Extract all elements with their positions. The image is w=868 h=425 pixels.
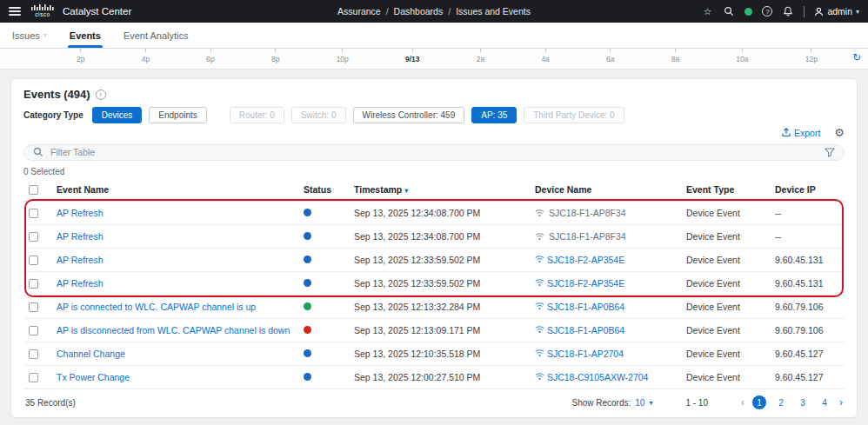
table-header-row: Event Name Status Timestamp▾ Device Name… bbox=[23, 178, 845, 202]
row-checkbox[interactable] bbox=[29, 279, 38, 289]
row-checkbox[interactable] bbox=[29, 209, 38, 218]
column-status[interactable]: Status bbox=[298, 178, 349, 202]
column-device-name[interactable]: Device Name bbox=[530, 178, 681, 202]
page-4[interactable]: 4 bbox=[818, 395, 831, 409]
device-name-link[interactable]: SJC18-F1-AP2704 bbox=[535, 349, 624, 359]
row-checkbox[interactable] bbox=[29, 326, 38, 335]
tab-issues[interactable]: Issues▾ bbox=[12, 23, 47, 48]
event-type-cell: Device Event bbox=[681, 296, 770, 319]
device-name-link[interactable]: SJC18-F2-AP354E bbox=[535, 255, 624, 265]
status-dot bbox=[304, 326, 311, 334]
event-name-link[interactable]: AP is connected to WLC. CAPWAP channel i… bbox=[57, 302, 256, 312]
page-title: Events (494) bbox=[23, 88, 90, 101]
user-menu[interactable]: admin ▾ bbox=[814, 6, 859, 17]
row-checkbox[interactable] bbox=[29, 256, 38, 265]
gear-icon[interactable]: ⚙ bbox=[834, 127, 845, 138]
select-all-checkbox[interactable] bbox=[29, 185, 38, 195]
category-button-router: Router: 0 bbox=[230, 107, 284, 123]
timeline-tick: 4a bbox=[541, 49, 549, 69]
star-icon[interactable]: ☆ bbox=[701, 5, 713, 17]
column-event-type[interactable]: Event Type bbox=[681, 178, 770, 202]
info-icon[interactable]: i bbox=[96, 90, 106, 100]
filter-funnel-icon[interactable] bbox=[825, 148, 835, 157]
row-checkbox[interactable] bbox=[29, 232, 38, 242]
category-button-endpoints[interactable]: Endpoints bbox=[149, 107, 206, 123]
category-button-third-party: Third Party Device: 0 bbox=[524, 107, 624, 123]
device-name-cell: SJC18-C9105AXW-2704 bbox=[535, 372, 676, 382]
column-event-name[interactable]: Event Name bbox=[51, 178, 298, 202]
event-name-link[interactable]: AP Refresh bbox=[57, 255, 103, 265]
breadcrumb: Assurance / Dashboards / Issues and Even… bbox=[337, 6, 531, 17]
device-ip-cell: 9.60.79.106 bbox=[770, 296, 845, 319]
timeline[interactable]: 2p 4p 6p 8p 10p 9/13 2a 4a 6a 8a 10a 12p… bbox=[0, 49, 868, 70]
device-ip-cell: -- bbox=[770, 202, 845, 225]
timeline-tick: 10p bbox=[337, 49, 349, 69]
breadcrumb-assurance[interactable]: Assurance bbox=[337, 6, 381, 17]
device-name-link[interactable]: SJC18-F2-AP354E bbox=[535, 278, 624, 289]
category-button-wireless-controller[interactable]: Wireless Controller: 459 bbox=[353, 107, 465, 123]
category-type-label: Category Type bbox=[23, 110, 83, 120]
wifi-ap-icon bbox=[535, 279, 544, 287]
tab-event-analytics[interactable]: Event Analytics bbox=[124, 23, 189, 48]
wifi-ap-icon bbox=[535, 256, 544, 263]
device-name-link[interactable]: SJC18-F1-AP0B64 bbox=[535, 325, 624, 335]
event-name-link[interactable]: Channel Change bbox=[57, 349, 125, 359]
device-name-link[interactable]: SJC18-C9105AXW-2704 bbox=[535, 372, 648, 382]
notifications-bell-icon[interactable] bbox=[782, 5, 794, 17]
menu-icon[interactable] bbox=[9, 7, 21, 16]
column-device-ip[interactable]: Device IP bbox=[770, 178, 845, 202]
device-name-cell: SJC18-F1-AP2704 bbox=[535, 349, 676, 359]
table-row: AP Refresh Sep 13, 2025 12:34:08.700 PM … bbox=[23, 225, 845, 249]
timeline-tick: 12p bbox=[805, 49, 818, 69]
search-icon[interactable] bbox=[723, 5, 735, 17]
events-panel: Events (494) i Category Type Devices End… bbox=[10, 78, 858, 418]
content-area: Events (494) i Category Type Devices End… bbox=[0, 70, 868, 425]
breadcrumb-issues-events[interactable]: Issues and Events bbox=[456, 6, 531, 17]
app-header: cisco Catalyst Center Assurance / Dashbo… bbox=[0, 0, 868, 23]
event-name-link[interactable]: AP is disconnected from WLC. CAPWAP chan… bbox=[57, 325, 290, 335]
device-name-link[interactable]: SJC18-F1-AP0B64 bbox=[535, 302, 624, 312]
timeline-tick: 6p bbox=[206, 49, 214, 69]
cisco-logo-text: cisco bbox=[35, 12, 50, 18]
timestamp-cell: Sep 13, 2025 12:00:27.510 PM bbox=[349, 366, 530, 389]
event-type-cell: Device Event bbox=[681, 202, 770, 225]
timeline-tick-current-day: 9/13 bbox=[405, 49, 420, 69]
help-icon[interactable]: ? bbox=[762, 6, 772, 17]
table-row: Channel Change Sep 13, 2025 12:10:35.518… bbox=[23, 342, 845, 366]
page-2[interactable]: 2 bbox=[774, 395, 788, 409]
table-row: AP is disconnected from WLC. CAPWAP chan… bbox=[23, 319, 845, 342]
category-button-devices[interactable]: Devices bbox=[92, 107, 143, 123]
status-dot bbox=[304, 232, 311, 240]
breadcrumb-dashboards[interactable]: Dashboards bbox=[394, 6, 444, 17]
row-checkbox[interactable] bbox=[29, 373, 38, 382]
page-1[interactable]: 1 bbox=[752, 395, 766, 409]
device-ip-cell: -- bbox=[770, 225, 845, 249]
user-icon bbox=[814, 7, 824, 17]
filter-table-input[interactable] bbox=[50, 147, 818, 157]
row-checkbox[interactable] bbox=[29, 349, 38, 359]
device-name-cell: SJC18-F1-AP0B64 bbox=[535, 302, 676, 312]
next-page-icon[interactable]: › bbox=[839, 396, 843, 408]
row-checkbox[interactable] bbox=[29, 302, 38, 312]
category-button-ap[interactable]: AP: 35 bbox=[471, 107, 517, 123]
table-row: Tx Power Change Sep 13, 2025 12:00:27.51… bbox=[23, 366, 845, 389]
breadcrumb-separator: / bbox=[448, 6, 451, 17]
device-name-cell: SJC18-F2-AP354E bbox=[535, 255, 676, 265]
category-type-filter: Category Type Devices Endpoints Router: … bbox=[23, 107, 845, 123]
event-name-link[interactable]: Tx Power Change bbox=[57, 372, 130, 382]
timestamp-cell: Sep 13, 2025 12:13:09.171 PM bbox=[349, 319, 530, 342]
show-records-label: Show Records: bbox=[571, 398, 631, 408]
event-name-link[interactable]: AP Refresh bbox=[57, 231, 103, 242]
export-button[interactable]: Export bbox=[782, 128, 820, 138]
event-name-link[interactable]: AP Refresh bbox=[57, 278, 103, 289]
device-ip-cell: 9.60.79.106 bbox=[770, 319, 845, 342]
column-timestamp[interactable]: Timestamp▾ bbox=[349, 178, 530, 202]
timeline-refresh-icon[interactable]: ↻ bbox=[852, 51, 861, 63]
page-3[interactable]: 3 bbox=[796, 395, 810, 409]
tab-events[interactable]: Events bbox=[70, 23, 101, 48]
show-records-value[interactable]: 10 bbox=[635, 398, 644, 408]
event-name-link[interactable]: AP Refresh bbox=[57, 208, 103, 218]
status-dot bbox=[304, 302, 311, 310]
timestamp-cell: Sep 13, 2025 12:13:32.284 PM bbox=[349, 296, 530, 319]
system-health-indicator bbox=[744, 8, 752, 16]
